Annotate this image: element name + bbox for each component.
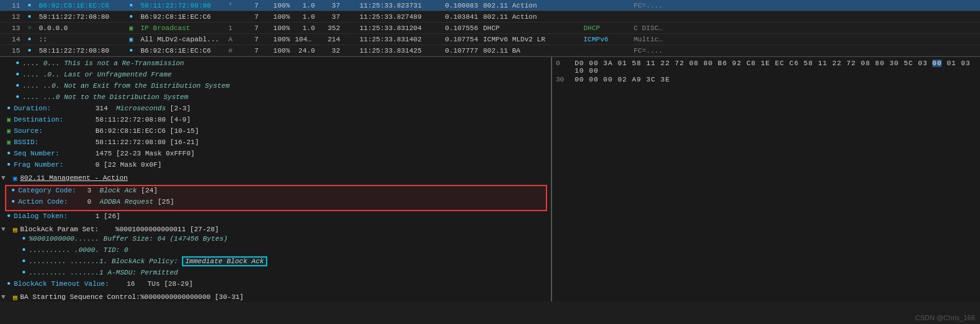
field-icon: ●: [13, 60, 23, 66]
seq-number-row: ● Seq Number: 1475 [22-23 Mask 0xFFF0]: [0, 150, 551, 161]
section-icon: ▤: [10, 226, 20, 234]
blockack-amsdu-row: ● ......... .......1 A-MSDU: Permitted: [0, 269, 551, 280]
mark: A: [226, 36, 236, 43]
packet-row[interactable]: 15 ● 58:11:22:72:08:80 ● B6:92:C8:1E:EC:…: [0, 45, 980, 56]
bytes: 214: [317, 36, 343, 43]
field-label: Duration:: [14, 105, 95, 112]
length: 7: [236, 36, 261, 43]
src-address: ::: [36, 36, 124, 43]
field-icon: ●: [19, 235, 29, 242]
field-label: Seq Number:: [14, 150, 95, 157]
bssid-row: ▣ BSSID: 58:11:22:72:08:80 [16-21]: [0, 138, 551, 150]
field-icon: ●: [4, 212, 14, 219]
packet-row[interactable]: 11 ● B6:92:C8:1E:EC:C6 ● 58:11:22:72:08:…: [0, 0, 980, 11]
field-icon: ●: [4, 150, 14, 157]
ba-seq-header[interactable]: ▼ ▤ BA Starting Sequence Control:%000000…: [0, 291, 551, 301]
timestamp: 11:25:33.831425: [343, 47, 424, 55]
duration-row: ● Duration: 314 Microseconds [2-3]: [0, 105, 551, 116]
hex-row: 30 00 00 00 02 A9 3C 3E: [556, 76, 976, 83]
packet-row[interactable]: 12 ● 58:11:22:72:08:80 ● B6:92:C8:1E:EC:…: [0, 11, 980, 23]
hex-bytes: 00 00 00 02 A9 3C 3E: [575, 76, 976, 83]
field-text: .... 0... This is not a Re-Transmission: [23, 60, 548, 67]
row-number: 11: [0, 2, 23, 9]
delta-time: 0.107556: [424, 24, 481, 32]
hex-row: 0 D0 00 3A 01 58 11 22 72 08 80 B6 92 C8…: [556, 60, 976, 75]
mark: *: [226, 2, 236, 9]
mark: 1: [226, 24, 236, 32]
field-label: Source:: [14, 127, 95, 135]
field-text: .... ..0. Not an Exit from the Distribut…: [23, 82, 548, 90]
collapse-icon: ▼: [1, 293, 10, 301]
source-row: ▣ Source: B6:92:C8:1E:EC:C6 [10-15]: [0, 127, 551, 138]
destination-row: ▣ Destination: 58:11:22:72:08:80 [4-9]: [0, 116, 551, 127]
detail-panel[interactable]: ● .... 0... This is not a Re-Transmissio…: [0, 57, 552, 301]
hex-offset: 0: [556, 60, 575, 75]
hex-bytes: D0 00 3A 01 58 11 22 72 08 80 B6 92 C8 1…: [575, 60, 976, 75]
blockack-timeout-row: ● BlockAck Timeout Value: 16 TUs [28-29]: [0, 280, 551, 291]
immediate-block-ack-badge: Immediate Block Ack: [182, 256, 267, 266]
extra-info: Multicas: [631, 36, 669, 43]
row-number: 15: [0, 47, 23, 55]
field-icon: ▣: [4, 138, 14, 146]
field-label: BlockAck Timeout Value:: [14, 280, 127, 288]
bytes: 37: [317, 13, 343, 21]
field-text: ......... .......1. BlockAck Policy: Imm…: [29, 258, 548, 265]
section-title: 802.11 Management - Action: [20, 174, 128, 182]
delta-time: 0.107777: [424, 47, 481, 55]
info: DHCP: [481, 24, 581, 32]
src-address: 58:11:22:72:08:80: [36, 47, 124, 55]
bytes: 32: [317, 47, 343, 55]
src-icon: ●: [23, 47, 36, 54]
field-value: 1 [26]: [95, 212, 548, 220]
dst-address: B6:92:C8:1E:EC:C6: [138, 13, 226, 21]
row-number: 14: [0, 36, 23, 43]
section-title: BlockAck Param Set: %0001000000000011 [2…: [20, 226, 219, 233]
row-number: 12: [0, 13, 23, 21]
info: ICMPv6 MLDv2 LR: [481, 36, 581, 43]
detail-row: ● .... ..0. Not an Exit from the Distrib…: [0, 82, 551, 93]
field-icon: ●: [13, 93, 23, 100]
hex-panel: 0 D0 00 3A 01 58 11 22 72 08 80 B6 92 C8…: [552, 57, 980, 301]
content-area: ● .... 0... This is not a Re-Transmissio…: [0, 57, 980, 301]
delta-time: 0.100083: [424, 2, 481, 9]
dst-address: All MLDv2-capabl...: [138, 36, 226, 43]
field-icon: ▣: [4, 127, 14, 135]
field-icon: ●: [19, 258, 29, 264]
field-value: 0 [22 Mask 0x0F]: [95, 161, 548, 169]
dst-icon: ●: [124, 47, 138, 54]
percent: 100%: [261, 36, 292, 43]
info: 802.11 BA: [481, 47, 581, 55]
blockack-bufsize-row: ● %0001000000...... Buffer Size: 64 (147…: [0, 235, 551, 246]
src-icon: ●: [23, 13, 36, 20]
blockack-tid-row: ● .......... .0000. TID: 0: [0, 246, 551, 258]
management-action-header[interactable]: ▼ ▣ 802.11 Management - Action: [0, 172, 551, 184]
cumulative: 24.0: [292, 47, 317, 55]
field-value: 1475 [22-23 Mask 0xFFF0]: [95, 150, 548, 157]
field-label: Frag Number:: [14, 161, 95, 169]
bytes: 352: [317, 24, 343, 32]
blockack-param-header[interactable]: ▼ ▤ BlockAck Param Set: %000100000000001…: [0, 224, 551, 235]
length: 7: [236, 47, 261, 55]
packet-row[interactable]: 13 ○ 0.0.0.0 ▣ IP Broadcast 1 7 100% 1.0…: [0, 23, 980, 34]
field-icon: ▣: [4, 116, 14, 123]
field-label: Destination:: [14, 116, 95, 123]
delta-time: 0.107754: [424, 36, 481, 43]
category-action-box: ● Category Code: 3 Block Ack [24] ● Acti…: [5, 185, 547, 211]
field-text: %0001000000...... Buffer Size: 64 (14745…: [29, 235, 548, 243]
packet-row[interactable]: 14 ● :: ▣ All MLDv2-capabl... A 7 100% 1…: [0, 34, 980, 45]
detail-row: ● .... ...0 Not to the Distribution Syst…: [0, 93, 551, 105]
field-text: ......... .......1 A-MSDU: Permitted: [29, 269, 548, 276]
field-value: 3 Block Ack [24]: [87, 187, 541, 194]
field-text: .... ...0 Not to the Distribution System: [23, 93, 548, 101]
detail-row: ● .... 0... This is not a Re-Transmissio…: [0, 60, 551, 71]
field-label: BSSID:: [14, 138, 95, 146]
timestamp: 11:25:33.823731: [343, 2, 424, 9]
info: 802.11 Action: [481, 2, 581, 9]
delta-time: 0.103841: [424, 13, 481, 21]
extra-info: C DISCOV: [631, 24, 669, 32]
collapse-icon: ▼: [1, 174, 10, 182]
cumulative: 1.0: [292, 13, 317, 21]
field-label: Dialog Token:: [14, 212, 95, 220]
length: 7: [236, 24, 261, 32]
field-label: Action Code:: [18, 198, 87, 206]
